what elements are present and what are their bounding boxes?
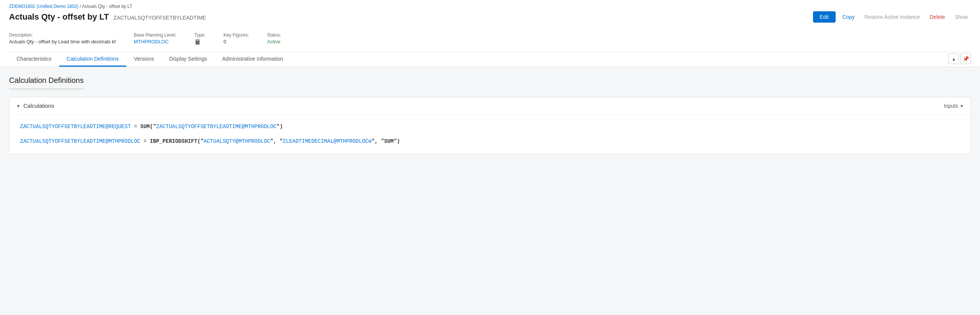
pin-button[interactable]: 📌 <box>960 54 971 64</box>
description-label: Description: <box>9 32 116 38</box>
formula2-part6: @MTHPRODLOC <box>334 138 368 144</box>
collapse-buttons: ▴ 📌 <box>948 54 971 65</box>
calculations-body: ZACTUALSQTYOFFSETBYLEADTIME@REQUEST = SU… <box>10 115 970 154</box>
meta-key-figures: Key Figures: 0 <box>224 32 249 45</box>
formula2-gear-icon: ⚙ <box>368 138 371 144</box>
copy-button[interactable]: Copy <box>839 11 858 22</box>
chevron-up-icon: ▴ <box>953 56 955 62</box>
key-figures-value: 0 <box>224 39 226 45</box>
inputs-label: Inputs <box>944 103 958 109</box>
edit-button[interactable]: Edit <box>813 11 836 22</box>
collapse-up-button[interactable]: ▴ <box>948 54 959 64</box>
section-title: Calculation Definitions <box>9 76 84 89</box>
formula1-part4: @MTHPRODLOC <box>242 124 276 130</box>
formula1-sum-open: SUM(" <box>140 124 156 130</box>
formula1-part2: @REQUEST <box>105 124 131 130</box>
formula-line-2: ZACTUALSQTYOFFSETBYLEADTIME@MTHPRODLOC =… <box>20 137 960 146</box>
formula2-comma1: ", " <box>270 138 283 144</box>
meta-base-planning-level: Base Planning Level: MTHPRODLOC <box>134 32 177 45</box>
base-planning-level-label: Base Planning Level: <box>134 32 177 38</box>
section-title-wrapper: Calculation Definitions <box>9 76 971 97</box>
status-value: Active <box>267 39 280 45</box>
inputs-toggle[interactable]: Inputs <box>944 103 963 109</box>
tabs-row: Characteristics Calculation Definitions … <box>9 52 971 67</box>
base-planning-level-value[interactable]: MTHPRODLOC <box>134 39 169 45</box>
description-value: Actuals Qty - offset by Lead time with d… <box>9 39 116 45</box>
meta-status: Status: Active <box>267 32 281 45</box>
title-code: ZACTUALSQTYOFFSETBYLEADTIME <box>113 15 206 21</box>
meta-row: Description: Actuals Qty - offset by Lea… <box>9 27 971 50</box>
calculations-title: Calculations <box>23 102 54 109</box>
key-figures-label: Key Figures: <box>224 32 249 38</box>
chevron-down-icon <box>17 103 20 109</box>
formula2-equals: = <box>140 138 150 144</box>
calculations-section: Calculations Inputs ZACTUALSQTYOFFSETBYL… <box>9 97 971 154</box>
tab-characteristics[interactable]: Characteristics <box>9 52 59 67</box>
formula1-equals: = <box>131 124 140 130</box>
tab-display-settings[interactable]: Display Settings <box>162 52 215 67</box>
calculations-header[interactable]: Calculations Inputs <box>10 97 970 115</box>
tab-calculation-definitions[interactable]: Calculation Definitions <box>59 52 127 67</box>
page-title: Actuals Qty - offset by LT <box>9 12 109 22</box>
formula-line-1: ZACTUALSQTYOFFSETBYLEADTIME@REQUEST = SU… <box>20 122 960 132</box>
formula2-func-close: ", "SUM") <box>372 138 400 144</box>
formula2-part1: ZACTUALSQTYOFFSETBYLEADTIME <box>20 138 105 144</box>
formula2-func-open: IBP_PERIODSHIFT(" <box>150 138 204 144</box>
main-content: Calculation Definitions Calculations Inp… <box>0 67 980 307</box>
formula1-sum-close: ") <box>277 124 283 130</box>
type-label: Type: <box>194 32 205 38</box>
formula2-part2: @MTHPRODLOC <box>105 138 140 144</box>
pin-icon: 📌 <box>963 56 969 62</box>
formula1-part1: ZACTUALSQTYOFFSETBYLEADTIME <box>20 124 105 130</box>
formula2-part5: ZLEADTIMEDECIMAL <box>283 138 333 144</box>
status-label: Status: <box>267 32 281 38</box>
formula2-part3: ACTUALSQTY <box>204 138 235 144</box>
meta-type: Type: 🖩 <box>194 32 205 46</box>
show-button[interactable]: Show <box>952 11 971 22</box>
restore-button[interactable]: Restore Active Instance <box>861 11 923 22</box>
type-icon: 🖩 <box>194 38 201 46</box>
formula1-part3: ZACTUALSQTYOFFSETBYLEADTIME <box>156 124 242 130</box>
formula2-part4: @MTHPRODLOC <box>235 138 270 144</box>
title-actions: Edit Copy Restore Active Instance Delete… <box>813 11 971 22</box>
meta-description: Description: Actuals Qty - offset by Lea… <box>9 32 116 45</box>
breadcrumb: ZDEMO1802 (Unified Demo 1802) / Actuals … <box>9 4 971 9</box>
inputs-chevron-icon <box>960 103 963 109</box>
delete-button[interactable]: Delete <box>927 11 948 22</box>
calc-header-left: Calculations <box>17 102 54 109</box>
tab-administrative-information[interactable]: Administrative Information <box>215 52 291 67</box>
breadcrumb-parent-link[interactable]: ZDEMO1802 (Unified Demo 1802) <box>9 4 78 9</box>
tab-versions[interactable]: Versions <box>126 52 162 67</box>
breadcrumb-current: Actuals Qty - offset by LT <box>82 4 132 9</box>
